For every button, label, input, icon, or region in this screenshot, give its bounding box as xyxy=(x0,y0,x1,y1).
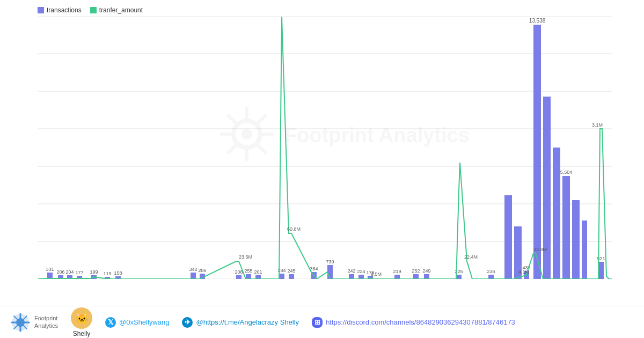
svg-text:342: 342 xyxy=(189,267,197,272)
line-label: 60.8M xyxy=(287,226,301,232)
avatar: 🐱 xyxy=(71,307,92,329)
bar xyxy=(327,265,333,279)
line-label: 22.4M xyxy=(464,254,478,260)
svg-text:255: 255 xyxy=(244,268,252,274)
bar xyxy=(533,25,541,279)
svg-text:242: 242 xyxy=(347,268,355,274)
bar xyxy=(191,273,196,279)
bar xyxy=(488,275,494,279)
twitter-icon: 𝕏 xyxy=(105,317,116,328)
bar xyxy=(598,262,604,279)
bar xyxy=(504,195,512,279)
line-label: 33.9M xyxy=(533,247,547,252)
svg-text:5,504: 5,504 xyxy=(560,170,573,175)
twitter-handle: @0xShellywang xyxy=(119,318,169,326)
svg-text:206: 206 xyxy=(56,269,64,275)
bar xyxy=(349,274,354,279)
svg-text:286: 286 xyxy=(198,268,206,273)
line-label: 9.5M xyxy=(371,271,382,277)
telegram-handle: @https://t.me/Angelacrazy Shelly xyxy=(196,318,299,326)
bar xyxy=(246,274,251,279)
telegram-icon: ✈ xyxy=(182,317,193,328)
svg-text:245: 245 xyxy=(287,268,295,274)
svg-text:177: 177 xyxy=(75,270,83,275)
footprint-logo: Footprint Analytics xyxy=(11,313,58,332)
line-label: 4.1M xyxy=(518,269,529,275)
telegram-link[interactable]: ✈ @https://t.me/Angelacrazy Shelly xyxy=(182,317,299,328)
fp-logo-line2: Analytics xyxy=(34,322,58,329)
svg-line-32 xyxy=(257,115,266,124)
svg-text:119: 119 xyxy=(103,271,111,276)
twitter-link[interactable]: 𝕏 @0xShellywang xyxy=(105,317,169,328)
svg-text:219: 219 xyxy=(393,269,401,274)
legend-transfer-amount: tranfer_amount xyxy=(90,6,143,14)
svg-text:13,538: 13,538 xyxy=(529,18,546,24)
discord-link[interactable]: ⊞ https://discord.com/channels/864829036… xyxy=(312,317,515,328)
bar xyxy=(572,200,580,279)
shelly-name: Shelly xyxy=(73,330,91,337)
shelly-block: 🐱 Shelly xyxy=(71,307,92,337)
legend: transactions tranfer_amount xyxy=(38,6,143,14)
chart-container: transactions tranfer_amount 0 2.0k 4.0k … xyxy=(0,0,644,306)
bar xyxy=(553,148,560,279)
bar xyxy=(255,275,261,279)
line-label: 23.5M xyxy=(239,254,252,260)
main-chart: 0 2.0k 4.0k 6.0k 8.0k 10.0k 12.0k 0 50.0… xyxy=(38,16,612,279)
svg-text:236: 236 xyxy=(487,269,495,274)
svg-line-33 xyxy=(228,144,237,153)
svg-line-31 xyxy=(257,144,266,153)
svg-text:199: 199 xyxy=(90,269,98,275)
svg-text:739: 739 xyxy=(326,259,334,264)
svg-text:224: 224 xyxy=(357,269,365,274)
fp-logo-line1: Footprint xyxy=(34,315,58,322)
bar xyxy=(394,275,400,279)
svg-text:158: 158 xyxy=(114,270,122,276)
legend-transactions-label: transactions xyxy=(47,6,82,14)
discord-handle: https://discord.com/channels/86482903629… xyxy=(326,318,515,326)
legend-transfer-amount-color xyxy=(90,7,97,13)
transfer-line xyxy=(38,17,612,279)
footer: Footprint Analytics 🐱 Shelly 𝕏 @0xShelly… xyxy=(0,306,644,338)
svg-text:Footprint Analytics: Footprint Analytics xyxy=(284,124,470,146)
bar xyxy=(236,275,241,279)
svg-text:249: 249 xyxy=(422,268,430,274)
bar xyxy=(456,275,462,279)
bar xyxy=(289,274,294,279)
bar xyxy=(562,176,570,279)
bar xyxy=(279,274,284,279)
svg-text:331: 331 xyxy=(46,267,54,272)
discord-icon: ⊞ xyxy=(312,317,323,328)
legend-transactions-color xyxy=(38,7,44,13)
bar xyxy=(582,221,587,279)
svg-text:204: 204 xyxy=(65,269,74,275)
fp-logo-icon xyxy=(11,313,30,332)
svg-text:252: 252 xyxy=(412,268,420,274)
line-label: 3.1M xyxy=(592,122,603,128)
svg-line-30 xyxy=(228,115,237,124)
bar xyxy=(358,275,364,279)
svg-text:201: 201 xyxy=(254,269,262,275)
svg-point-25 xyxy=(241,129,252,139)
fp-logo-text: Footprint Analytics xyxy=(34,315,58,329)
legend-transfer-amount-label: tranfer_amount xyxy=(99,6,143,14)
bar xyxy=(424,274,429,279)
bar xyxy=(413,274,419,279)
legend-transactions: transactions xyxy=(38,6,82,14)
svg-text:208: 208 xyxy=(235,269,243,275)
